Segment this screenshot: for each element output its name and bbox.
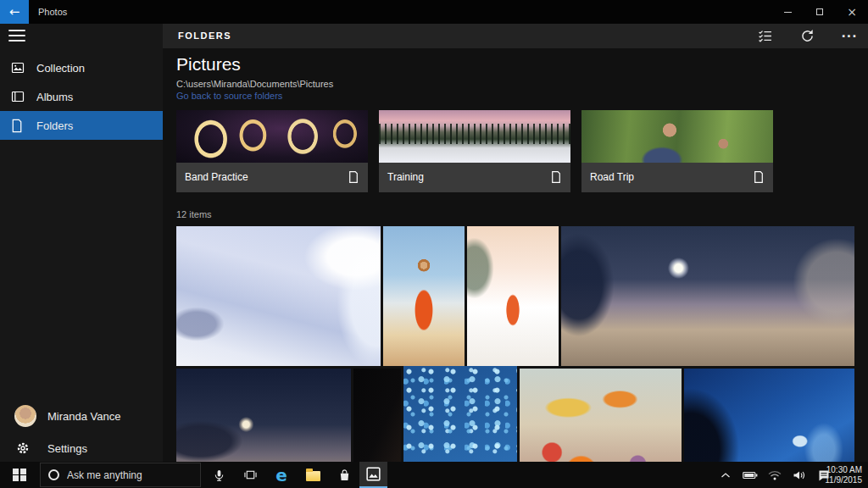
maximize-icon [816, 8, 823, 15]
items-count: 12 items [176, 209, 212, 219]
settings-label: Settings [47, 442, 87, 455]
maximize-button[interactable] [804, 0, 836, 24]
battery-icon [743, 471, 758, 480]
sidebar-item-settings[interactable]: Settings [0, 438, 163, 458]
clock-time: 10:30 AM [826, 465, 862, 475]
photo-fruit-stand[interactable] [520, 369, 682, 462]
store-button[interactable] [334, 462, 354, 488]
photo-child-skiing[interactable] [467, 226, 559, 366]
cortana-search-box[interactable] [40, 463, 201, 487]
user-name: Miranda Vance [47, 410, 120, 423]
photos-app-screen: ← Photos × Collection Albums Fold [0, 0, 868, 488]
ellipsis-icon: ··· [842, 30, 858, 43]
clock-date: 11/9/2015 [825, 475, 862, 485]
albums-icon [11, 90, 25, 103]
photo-child-orange-snowsuit[interactable] [383, 226, 465, 366]
folder-heading: Pictures [176, 54, 241, 75]
photo-moonlit-snowy-road[interactable] [561, 226, 854, 366]
speaker-icon [793, 470, 806, 480]
minimize-icon [784, 12, 792, 13]
collection-icon [11, 61, 25, 75]
sidebar-item-collection[interactable]: Collection [0, 53, 163, 82]
back-button[interactable]: ← [0, 0, 29, 24]
microphone-icon [213, 469, 225, 482]
source-folders-link[interactable]: Go back to source folders [176, 91, 282, 101]
folder-name: Band Practice [185, 163, 248, 192]
window-controls: × [771, 0, 868, 24]
task-view-button[interactable] [240, 462, 260, 488]
sidebar-item-label: Albums [36, 91, 73, 103]
edge-icon: e [275, 467, 287, 484]
sidebar-item-albums[interactable]: Albums [0, 82, 163, 111]
photo-snowy-trees-trail[interactable] [176, 226, 381, 366]
folder-path: C:\users\Miranda\Documents\Pictures [176, 79, 333, 89]
command-bar: FOLDERS ··· [163, 24, 868, 48]
multiselect-icon [758, 29, 772, 43]
file-explorer-icon [306, 471, 320, 481]
refresh-icon [800, 29, 815, 43]
photo-aquarium-visitor[interactable] [684, 369, 854, 462]
app-title: Photos [38, 0, 67, 24]
sidebar-item-label: Collection [36, 62, 85, 75]
folder-name: Road Trip [590, 163, 634, 192]
taskbar: e [0, 462, 868, 488]
sidebar-item-label: Folders [36, 119, 73, 132]
store-bag-icon [338, 469, 351, 482]
folder-card-road-trip[interactable]: Road Trip [581, 110, 773, 192]
battery-button[interactable] [742, 462, 759, 488]
photo-blue-bubbles[interactable] [403, 366, 517, 462]
photos-app-taskbar-button[interactable] [359, 462, 387, 488]
sidebar: Collection Albums Folders Miranda Vance … [0, 24, 163, 462]
select-items-button[interactable] [754, 26, 775, 47]
folder-icon [348, 170, 359, 187]
close-button[interactable]: × [836, 0, 868, 24]
sidebar-item-folders[interactable]: Folders [0, 111, 163, 140]
cortana-icon [48, 469, 59, 480]
wifi-button[interactable] [766, 462, 783, 488]
file-explorer-button[interactable] [303, 462, 323, 488]
more-options-button[interactable]: ··· [839, 26, 860, 47]
edge-browser-button[interactable]: e [271, 462, 292, 488]
tray-chevron-button[interactable] [717, 462, 734, 488]
folders-icon [11, 119, 25, 132]
system-tray [717, 462, 832, 488]
minimize-button[interactable] [771, 0, 804, 24]
wifi-icon [768, 470, 782, 480]
sidebar-item-account[interactable]: Miranda Vance [0, 405, 163, 427]
main-content: Pictures C:\users\Miranda\Documents\Pict… [163, 48, 868, 462]
taskbar-clock[interactable]: 10:30 AM 11/9/2015 [825, 462, 862, 488]
search-input[interactable] [67, 469, 190, 481]
start-button[interactable] [0, 462, 39, 488]
photo-snowy-village-night[interactable] [176, 369, 351, 462]
folder-thumbnail-sparklers [176, 110, 368, 163]
page-title: FOLDERS [178, 24, 231, 48]
folder-card-band-practice[interactable]: Band Practice [176, 110, 368, 192]
folder-icon [754, 170, 764, 187]
folder-thumbnail-couple-selfie [581, 110, 773, 163]
title-bar: ← Photos × [0, 0, 868, 24]
folder-name: Training [387, 163, 424, 192]
refresh-button[interactable] [797, 26, 817, 47]
folder-thumbnail-winter-forest [379, 110, 570, 163]
hamburger-menu-icon[interactable] [8, 30, 25, 42]
back-arrow-icon: ← [9, 4, 20, 19]
volume-button[interactable] [791, 462, 808, 488]
microphone-button[interactable] [209, 462, 229, 488]
photos-app-icon [366, 467, 381, 481]
chevron-up-icon [721, 472, 731, 479]
photo-man-portrait-dark[interactable] [353, 369, 401, 462]
close-icon: × [847, 5, 857, 19]
user-avatar [14, 405, 36, 427]
folder-icon [551, 170, 561, 187]
folder-card-training[interactable]: Training [379, 110, 570, 192]
gear-icon [16, 441, 30, 455]
task-view-icon [243, 469, 258, 481]
windows-logo-icon [13, 469, 26, 482]
